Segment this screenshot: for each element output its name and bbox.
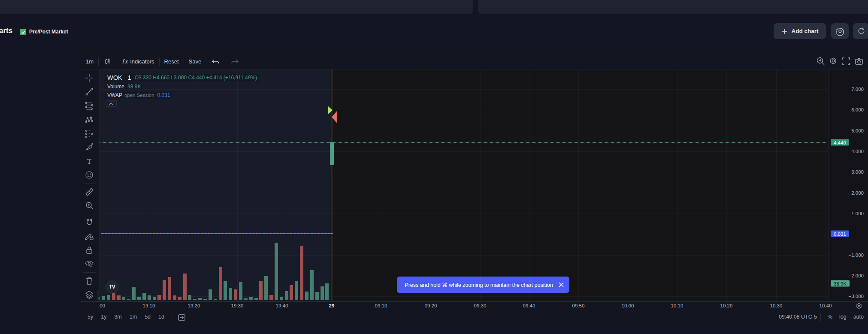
top-card-right	[478, 0, 868, 14]
brush-tool-icon[interactable]	[82, 140, 97, 154]
price-axis-label: −3.000	[849, 294, 864, 299]
snapshot-camera-icon[interactable]	[853, 57, 865, 66]
price-axis-label: 1.000	[851, 211, 864, 216]
range-1y-button[interactable]: 1y	[97, 314, 110, 320]
indicators-button[interactable]: ƒx Indicators	[117, 54, 159, 69]
volume-bar	[183, 274, 187, 300]
time-axis-label: 10:40	[820, 303, 832, 308]
volume-bar	[142, 293, 146, 300]
gridline-horizontal	[100, 255, 828, 256]
range-3m-button[interactable]: 3m	[110, 314, 125, 320]
time-axis-label: 10:20	[720, 303, 733, 308]
ruler-tool-icon[interactable]	[82, 185, 97, 199]
price-axis-label: 7.000	[851, 87, 864, 92]
emoji-tool-icon[interactable]	[82, 168, 97, 182]
percent-scale-toggle[interactable]: %	[824, 314, 836, 320]
volume-bar	[178, 297, 181, 300]
session-clock[interactable]: 09:40:08 UTC-5	[779, 314, 817, 320]
gridline-vertical	[480, 69, 481, 301]
undo-button[interactable]	[206, 54, 225, 69]
time-axis-label: 19:40	[276, 303, 288, 308]
lock-all-tool-icon[interactable]	[82, 243, 97, 257]
time-axis-label: 10:10	[671, 303, 684, 308]
volume-bar	[234, 289, 237, 300]
go-to-date-button[interactable]	[175, 313, 188, 322]
zoom-in-tool-icon[interactable]	[82, 199, 97, 212]
volume-bar	[214, 299, 217, 300]
time-axis[interactable]: :0019:1019:2019:3019:402909:1009:2009:30…	[79, 301, 868, 310]
chart-pane[interactable]: WOK · 1 O3.330 H4.660 L3.000 C4.440 +4.4…	[100, 69, 828, 301]
forecast-tool-icon[interactable]	[82, 126, 97, 140]
vwap-legend-row[interactable]: VWAP open Session 0.031	[106, 92, 172, 99]
time-axis-label: 09:10	[375, 303, 387, 308]
price-axis-label: 3.000	[851, 169, 864, 175]
volume-bar	[219, 267, 222, 300]
interval-button[interactable]: 1m	[81, 54, 98, 69]
session-break-line	[331, 69, 333, 301]
range-5y-button[interactable]: 5y	[84, 314, 97, 320]
gridline-vertical	[381, 69, 381, 301]
redo-button[interactable]	[225, 54, 244, 69]
fullscreen-icon[interactable]	[840, 57, 853, 66]
time-axis-label: 09:20	[425, 303, 437, 308]
drawing-mode-lock-tool-icon[interactable]	[82, 229, 97, 243]
time-axis-label: 09:30	[474, 303, 487, 308]
chart-style-button[interactable]	[99, 54, 117, 69]
crosshair-tool-icon[interactable]	[82, 71, 97, 85]
volume-bar	[173, 295, 176, 300]
close-icon[interactable]	[558, 282, 564, 288]
log-scale-toggle[interactable]: log	[836, 314, 850, 320]
volume-bar	[224, 281, 227, 300]
volume-bar	[132, 287, 136, 300]
symbol-legend-row[interactable]: WOK · 1 O3.330 H4.660 L3.000 C4.440 +4.4…	[106, 74, 259, 81]
volume-bar	[137, 297, 141, 300]
volume-bar	[305, 292, 308, 300]
price-axis-label: 6.000	[851, 107, 864, 112]
volume-bar	[168, 277, 171, 300]
volume-bar	[107, 295, 110, 300]
chart-settings-icon[interactable]	[827, 57, 840, 66]
volume-bar	[102, 296, 105, 300]
object-tree-tool-icon[interactable]	[82, 288, 97, 301]
range-1m-button[interactable]: 1m	[126, 314, 141, 320]
time-axis-label: 19:10	[143, 303, 155, 308]
gridline-vertical	[726, 69, 727, 301]
volume-bar	[249, 297, 253, 300]
save-button[interactable]: Save	[184, 54, 206, 69]
auto-scale-toggle[interactable]: auto	[850, 314, 865, 320]
xabcd-pattern-tool-icon[interactable]	[82, 113, 97, 126]
price-axis[interactable]: 7.0006.0005.0004.0003.0002.0001.000−1.00…	[828, 69, 868, 301]
gridline-vertical	[237, 69, 238, 301]
chart-toolbar: 1m ƒx Indicators Reset Save	[79, 54, 868, 69]
range-5d-button[interactable]: 5d	[141, 314, 154, 320]
range-1d-button[interactable]: 1d	[154, 314, 168, 320]
volume-bar	[315, 292, 319, 300]
tradingview-logo[interactable]: TV	[105, 280, 119, 294]
gridline-vertical	[628, 69, 628, 301]
text-tool-tool-icon[interactable]	[82, 154, 97, 168]
volume-bar	[198, 298, 202, 300]
layout-settings-button[interactable]	[831, 23, 849, 39]
alert-flash-icon[interactable]	[814, 57, 827, 66]
gridline-vertical	[282, 69, 282, 301]
prepost-market-label: Pre/Post Market	[29, 29, 68, 35]
refresh-button[interactable]	[853, 23, 868, 39]
volume-bar	[310, 270, 314, 300]
volume-bar	[269, 295, 273, 300]
trend-line-tool-icon[interactable]	[82, 85, 97, 99]
gridline-horizontal	[100, 89, 828, 90]
fib-retracement-tool-icon[interactable]	[82, 99, 97, 112]
collapse-legend-button[interactable]	[106, 100, 117, 107]
hide-drawings-tool-icon[interactable]	[82, 257, 97, 271]
volume-bar	[325, 283, 329, 300]
gear-icon	[835, 27, 845, 36]
volume-value: 38.9K	[127, 84, 141, 90]
volume-bar	[188, 295, 191, 300]
remove-drawings-tool-icon[interactable]	[82, 274, 97, 288]
reset-button[interactable]: Reset	[160, 54, 184, 69]
axis-settings-icon[interactable]	[855, 302, 863, 310]
add-chart-button[interactable]: Add chart	[774, 23, 826, 39]
last-price-badge: 4.440	[831, 139, 849, 146]
magnet-tool-icon[interactable]	[82, 216, 97, 229]
prepost-market-checkbox[interactable]	[20, 29, 26, 35]
